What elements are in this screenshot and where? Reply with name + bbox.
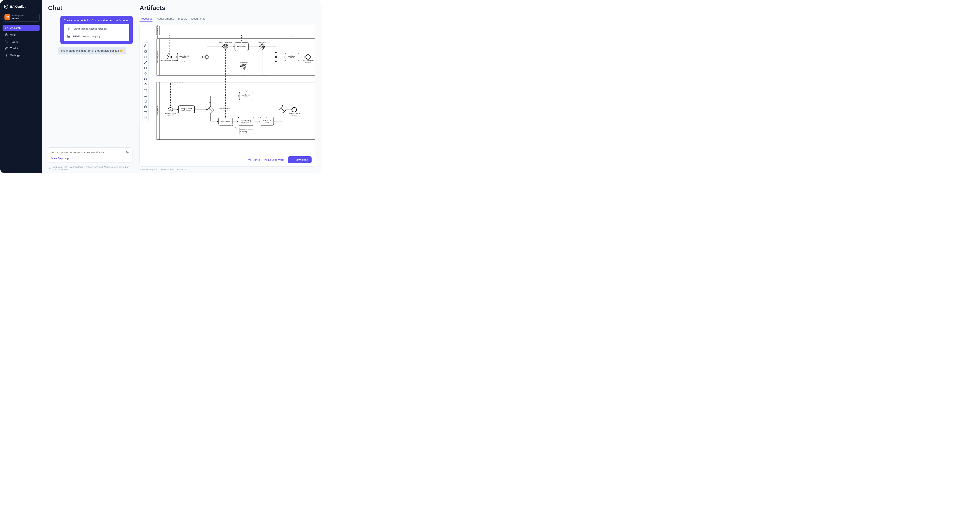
file-text-icon xyxy=(67,27,71,31)
gear-icon xyxy=(5,53,8,57)
palette-group-icon[interactable] xyxy=(143,116,148,120)
palette-space-icon[interactable] xyxy=(143,55,148,59)
chat-input-card: View BA prompts xyxy=(48,147,133,163)
svg-point-4 xyxy=(7,41,8,41)
bpmn-palette xyxy=(142,42,149,121)
sidebar-item-teams[interactable]: Teams xyxy=(3,38,40,45)
brand-name: BA Copilot xyxy=(10,5,25,8)
palette-gateway-icon[interactable] xyxy=(143,83,148,87)
send-icon[interactable] xyxy=(125,150,129,154)
download-label: Download xyxy=(296,158,308,161)
svg-text:credit scoring fontend (bank): credit scoring fontend (bank) xyxy=(157,25,158,38)
footer-note-text: Your vault data is encrypted at rest and… xyxy=(53,166,132,171)
svg-rect-0 xyxy=(5,28,6,29)
svg-text:score: score xyxy=(265,121,269,123)
palette-data-object-icon[interactable] xyxy=(143,99,148,103)
sidebar-item-settings[interactable]: Settings xyxy=(3,52,40,58)
palette-task-icon[interactable] xyxy=(143,88,148,92)
svg-point-18 xyxy=(145,105,146,106)
sidebar-item-label: Settings xyxy=(10,54,20,57)
footer-note: Your vault data is encrypted at rest and… xyxy=(48,166,133,171)
svg-rect-17 xyxy=(145,96,146,97)
brand-logo-icon xyxy=(4,4,8,9)
artifacts-title: Artifacts xyxy=(140,4,315,11)
svg-rect-1 xyxy=(7,28,8,29)
headset-icon xyxy=(5,26,8,30)
svg-text:handled: handled xyxy=(291,114,297,116)
attachment[interactable]: BPMN - credit scoring.png xyxy=(65,33,128,40)
sidebar-item-label: Assistant xyxy=(10,26,21,30)
tab-documents[interactable]: Documents xyxy=(191,16,205,22)
chat-pane: Chat Create documentation from my attach… xyxy=(42,0,136,173)
svg-text:score (level 2): score (level 2) xyxy=(241,121,251,123)
sidebar-item-vault[interactable]: Vault xyxy=(3,32,40,38)
tab-models[interactable]: Models xyxy=(178,16,187,22)
download-button[interactable]: Download xyxy=(288,156,312,163)
svg-text:score (level 1): score (level 1) xyxy=(181,110,192,111)
sidebar-item-label: Teams xyxy=(10,40,18,43)
svg-rect-2 xyxy=(5,35,7,36)
assistant-message: I've created this diagram in the Artifac… xyxy=(58,47,126,54)
workspace-avatar: JF xyxy=(5,14,10,20)
chevron-up-icon xyxy=(72,158,74,159)
svg-text:received: received xyxy=(223,43,229,45)
svg-text:queueing: queueing xyxy=(240,131,247,133)
share-label: Share xyxy=(253,158,260,161)
palette-intermediate-event-icon[interactable] xyxy=(143,72,148,76)
svg-rect-9 xyxy=(49,168,51,169)
attachments: 'Credit scoring meeting notes.txt BPMN -… xyxy=(64,24,129,41)
svg-text:score: score xyxy=(182,57,186,59)
svg-text:report delay: report delay xyxy=(221,120,230,122)
palette-start-event-icon[interactable] xyxy=(143,66,148,70)
artifact-actions: Share Save to vault Download xyxy=(140,153,315,166)
tab-processes[interactable]: Processes xyxy=(140,16,153,22)
svg-text:received: received xyxy=(259,43,266,45)
attachment[interactable]: 'Credit scoring meeting notes.txt xyxy=(65,25,128,32)
workspace-name: Acme xyxy=(12,17,33,20)
svg-text:report delay: report delay xyxy=(237,46,246,48)
diagram-card: credit scoring fontend (bank) credit sco… xyxy=(140,25,315,167)
sidebar-item-label: Toolkit xyxy=(10,47,18,50)
user-message-text: Create documentation from my attached ro… xyxy=(64,19,129,22)
tab-requirements[interactable]: Requirements xyxy=(157,16,174,22)
svg-point-3 xyxy=(6,40,6,41)
svg-point-52 xyxy=(306,55,310,59)
download-icon xyxy=(291,158,294,161)
share-button[interactable]: Share xyxy=(248,158,260,161)
sidebar-item-toolkit[interactable]: Toolkit xyxy=(3,45,40,51)
sidebar: BA Copilot JF Workspaces Acme Assistant … xyxy=(0,0,42,173)
svg-rect-10 xyxy=(145,50,147,53)
save-to-vault-button[interactable]: Save to vault xyxy=(264,158,284,161)
svg-rect-15 xyxy=(144,89,147,91)
save-icon xyxy=(264,158,267,161)
view-prompts-link[interactable]: View BA prompts xyxy=(51,157,129,160)
svg-text:credit scoring (bank): credit scoring (bank) xyxy=(157,51,158,64)
palette-connect-icon[interactable] xyxy=(143,60,148,65)
palette-hand-icon[interactable] xyxy=(143,44,148,48)
svg-point-8 xyxy=(68,36,69,36)
save-label: Save to vault xyxy=(268,158,284,161)
svg-text:received: received xyxy=(167,114,173,116)
svg-point-5 xyxy=(6,55,7,56)
workspace-switcher[interactable]: JF Workspaces Acme xyxy=(3,13,40,22)
tools-icon xyxy=(5,46,8,50)
lock-icon xyxy=(5,33,8,37)
palette-subprocess-icon[interactable] xyxy=(143,94,148,98)
palette-lasso-icon[interactable] xyxy=(143,49,148,54)
chevron-down-icon xyxy=(35,16,38,19)
palette-participant-icon[interactable] xyxy=(143,110,148,115)
svg-text:handled: handled xyxy=(305,61,311,63)
bpmn-diagram[interactable]: credit scoring fontend (bank) credit sco… xyxy=(152,25,315,153)
image-icon xyxy=(67,34,71,38)
artifact-caption: 'Process diagram - Credit scoring' - ver… xyxy=(140,168,315,171)
svg-text:scoring service: scoring service xyxy=(157,106,158,116)
svg-rect-19 xyxy=(144,111,147,113)
palette-data-store-icon[interactable] xyxy=(143,105,148,109)
chat-input[interactable] xyxy=(51,151,125,154)
svg-rect-22 xyxy=(157,26,315,35)
chat-title: Chat xyxy=(48,4,133,11)
palette-end-event-icon[interactable] xyxy=(143,77,148,81)
sidebar-item-assistant[interactable]: Assistant xyxy=(3,25,40,31)
svg-text:score: score xyxy=(290,57,294,59)
lock-icon xyxy=(49,167,51,170)
